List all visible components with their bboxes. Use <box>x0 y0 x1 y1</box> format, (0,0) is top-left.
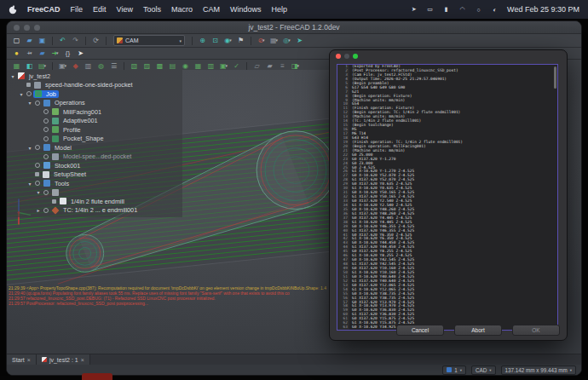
group-button[interactable]: ▰ <box>37 49 48 59</box>
tree-row-tools[interactable]: ▾Tools <box>7 179 182 188</box>
tree-row-job[interactable]: ▾Job <box>7 89 182 99</box>
document-tabbar: Start×jv_test2 : 1× <box>7 354 581 365</box>
undo-icon: ↶ <box>60 37 66 44</box>
menu-item-cam[interactable]: CAM <box>203 5 220 14</box>
draw-style-button[interactable]: ⊘▾ <box>256 36 267 46</box>
menu-item-edit[interactable]: Edit <box>93 5 107 14</box>
close-tab-icon[interactable]: × <box>81 357 84 363</box>
tree-row-setupsheet[interactable]: SetupSheet <box>7 170 182 180</box>
bit-icon <box>60 198 66 204</box>
control-center-icon[interactable]: ◐ <box>490 5 499 14</box>
tree-expand-icon[interactable]: ▾ <box>26 100 33 106</box>
menu-item-tools[interactable]: Tools <box>143 5 161 14</box>
view-cube-button[interactable]: ▦▾ <box>268 36 280 46</box>
visibility-icon[interactable] <box>43 109 49 114</box>
pointer-button[interactable]: ➤ <box>75 49 86 59</box>
view-flag-button[interactable]: ⚑ <box>235 36 246 46</box>
menu-item-help[interactable]: Help <box>271 5 287 14</box>
box-zoom-button[interactable]: ◎▾ <box>281 36 292 46</box>
doc-tab-jv-test2-1[interactable]: jv_test2 : 1× <box>37 354 90 365</box>
close-tab-icon[interactable]: × <box>27 357 31 363</box>
dialog-minimize-button[interactable] <box>344 54 349 59</box>
cam-job-icon: ▦ <box>14 63 20 70</box>
menubar-clock[interactable]: Wed Feb 25 9:30 PM <box>507 5 579 14</box>
visibility-icon[interactable] <box>26 91 32 96</box>
zoom-selection-button[interactable]: ⊡ <box>210 36 221 46</box>
new-file-button[interactable]: ▢ <box>11 36 22 46</box>
gcode-scrollbar[interactable] <box>554 66 556 89</box>
doc-tab-start[interactable]: Start× <box>7 354 37 365</box>
op-adaptive-icon <box>52 118 59 124</box>
tree-row-stock001[interactable]: Stock001 <box>7 161 182 170</box>
tree-row-1-4in-2-flute-endmill[interactable]: 1/4in 2 flute endmill <box>7 197 182 206</box>
tree-row-model[interactable]: ▾Model <box>7 143 182 153</box>
dialog-titlebar[interactable] <box>330 50 567 62</box>
ok-button[interactable]: OK <box>512 325 560 336</box>
tree-row-millfacing001[interactable]: MillFacing001 <box>7 107 182 117</box>
macro-button[interactable]: {} <box>62 49 73 59</box>
export-button[interactable]: ➜▾ <box>49 49 61 59</box>
workbench-selector[interactable]: CAM ▾ <box>113 35 185 46</box>
menu-item-file[interactable]: File <box>71 5 84 14</box>
cancel-button[interactable]: Cancel <box>396 325 444 336</box>
save-button[interactable]: ▣ <box>37 36 48 46</box>
wifi-icon[interactable]: ◠ <box>458 5 467 14</box>
menu-item-freecad[interactable]: FreeCAD <box>27 5 61 14</box>
visibility-icon[interactable] <box>43 127 49 132</box>
visibility-icon[interactable] <box>43 154 49 159</box>
battery-icon[interactable]: ▮ <box>441 5 451 14</box>
tree-expand-icon[interactable]: ▾ <box>35 189 42 195</box>
menu-item-macro[interactable]: Macro <box>171 5 193 14</box>
dialog-close-button[interactable] <box>336 54 341 59</box>
visibility-icon[interactable] <box>43 190 49 195</box>
app-icon <box>18 72 25 79</box>
gcode-editor[interactable]: 1(Exported by FreeCAD)2(Post Processor: … <box>337 64 558 331</box>
tree-expand-icon[interactable]: ▾ <box>9 73 16 79</box>
visibility-icon[interactable] <box>35 181 40 186</box>
tree-expand-icon[interactable]: ▾ <box>26 145 33 151</box>
refresh-button[interactable]: ⟳ <box>90 36 101 46</box>
tree-expand-icon[interactable]: ▸ <box>35 207 42 213</box>
tree-row-model-spee-ded-pocket[interactable]: Model-spee...ded-pocket <box>7 153 182 162</box>
job-icon <box>35 90 42 97</box>
airplay-icon[interactable]: ➤ <box>409 5 418 14</box>
tree-row-pocket-shape[interactable]: Pocket_Shape <box>7 135 182 144</box>
view-count-selector[interactable]: 1 ▾ <box>442 366 466 375</box>
tree-row-profile[interactable]: Profile <box>7 125 182 135</box>
window-titlebar[interactable]: jv_test2 - FreeCAD 1.2.0dev <box>7 21 581 34</box>
tree-row-operations[interactable]: ▾Operations <box>7 99 182 108</box>
visibility-icon[interactable] <box>35 145 40 150</box>
tree-row-jv-test2[interactable]: ▾jv_test2 <box>7 72 182 81</box>
visibility-icon[interactable] <box>43 208 49 213</box>
dialog-zoom-button[interactable] <box>353 54 358 59</box>
tree-expand-icon[interactable]: ▾ <box>26 181 33 187</box>
toolbar-separator <box>192 37 193 45</box>
tree-row-speed-handle-one-sided-pocket[interactable]: speed-handle-one-sided-pocket <box>7 81 182 90</box>
search-icon[interactable]: ○ <box>474 5 483 14</box>
visibility-icon[interactable] <box>35 101 40 106</box>
redo-button[interactable]: ↷ <box>70 36 81 46</box>
navigation-style-selector[interactable]: CAD ▾ <box>471 366 496 375</box>
tree-expand-icon[interactable]: ▾ <box>18 91 25 97</box>
tree-row-adaptive001[interactable]: Adaptive001 <box>7 117 182 126</box>
appearance-button[interactable]: ● <box>11 49 22 59</box>
apple-menu-icon[interactable] <box>9 5 17 14</box>
tree-row-item-13[interactable]: ▾ <box>7 188 182 198</box>
dimensions-indicator[interactable]: 137.142 mm x 99.443 mm ▾ <box>501 366 576 375</box>
tree-row-tc-1-4in-2-e-endmill001[interactable]: ▸TC: 1/4in 2 ... e endmill001 <box>7 206 182 216</box>
placement-button[interactable]: +▾ <box>24 49 35 59</box>
menu-item-windows[interactable]: Windows <box>230 5 262 14</box>
cam-profile-icon: ▧ <box>131 63 138 70</box>
visibility-icon[interactable] <box>43 136 49 141</box>
view-standard-button[interactable]: ◉▾ <box>222 36 233 46</box>
visibility-icon[interactable] <box>35 163 40 168</box>
menu-item-view[interactable]: View <box>117 5 133 14</box>
keyboard-icon[interactable]: ▭ <box>425 5 435 14</box>
open-file-button[interactable]: ▰ <box>24 36 35 46</box>
zoom-in-button[interactable]: ⊕ <box>197 36 208 46</box>
abort-button[interactable]: Abort <box>454 325 502 336</box>
measure-button[interactable]: ➤ <box>294 36 305 46</box>
group-icon: ▰ <box>39 50 44 57</box>
visibility-icon[interactable] <box>43 118 49 124</box>
undo-button[interactable]: ↶ <box>57 36 68 46</box>
